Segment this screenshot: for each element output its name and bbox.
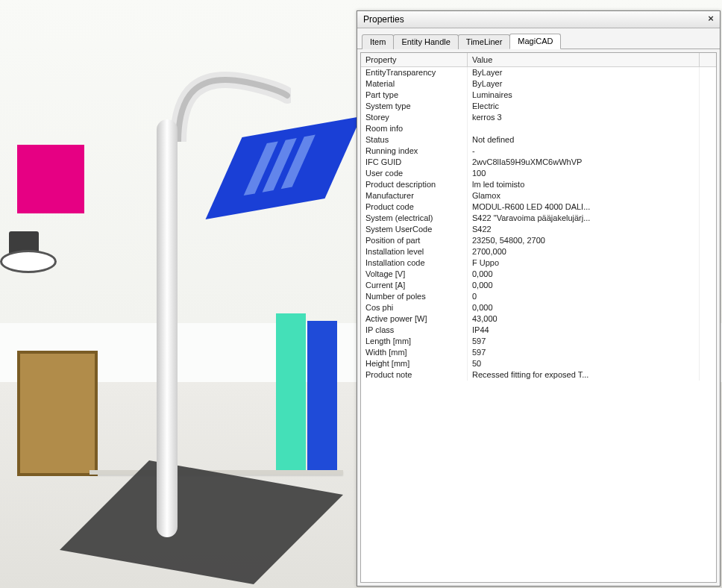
property-name-cell: Voltage [V] [361,269,468,280]
property-name-cell: Manufacturer [361,190,468,201]
property-name-cell: IP class [361,325,468,336]
property-value-cell: 100 [468,168,700,179]
property-spacer-cell [699,291,716,302]
property-name-cell: Cos phi [361,302,468,313]
property-value-cell: MODUL-R600 LED 4000 DALI... [468,201,700,213]
tab-magicad[interactable]: MagiCAD [509,34,561,49]
properties-tabstrip: Item Entity Handle TimeLiner MagiCAD [357,28,720,49]
property-spacer-cell [699,269,716,280]
property-value-cell: 50 [468,358,700,369]
property-row[interactable]: Length [mm]597 [361,336,716,347]
property-value-cell: - [468,146,700,157]
property-spacer-cell [699,179,716,190]
property-row[interactable]: Part typeLuminaires [361,90,716,101]
property-value-cell [468,123,700,134]
property-name-cell: Active power [W] [361,313,468,325]
property-name-cell: Product note [361,369,468,381]
property-row[interactable]: System (electrical)S422 "Varavoima pääja… [361,213,716,224]
property-name-cell: Installation level [361,246,468,257]
property-value-cell: S422 [468,224,700,235]
property-row[interactable]: Product descriptionlm led toimisto [361,179,716,190]
property-value-cell: 0,000 [468,269,700,280]
property-name-cell: Storey [361,112,468,123]
property-spacer-cell [699,78,716,90]
tab-item[interactable]: Item [362,34,394,49]
property-spacer-cell [699,190,716,201]
column-header-spacer [699,53,716,67]
property-spacer-cell [699,369,716,381]
properties-title: Properties [363,14,705,25]
property-row[interactable]: Product codeMODUL-R600 LED 4000 DALI... [361,201,716,213]
scene-pink-panel [17,145,84,213]
property-row[interactable]: Storeykerros 3 [361,112,716,123]
property-row[interactable]: IFC GUID2wvC8lIa59H9uXMC6wWhVP [361,157,716,168]
property-row[interactable]: Position of part23250, 54800, 2700 [361,235,716,246]
property-spacer-cell [699,347,716,358]
properties-table: Property Value EntityTransparencyByLayer… [361,53,716,381]
property-row[interactable]: Height [mm]50 [361,358,716,369]
property-value-cell: 2700,000 [468,246,700,257]
property-spacer-cell [699,112,716,123]
property-value-cell: ByLayer [468,67,700,79]
property-value-cell: Luminaires [468,90,700,101]
property-row[interactable]: Number of poles0 [361,291,716,302]
property-spacer-cell [699,213,716,224]
property-value-cell: 0 [468,291,700,302]
property-row[interactable]: Running index- [361,146,716,157]
property-row[interactable]: StatusNot defined [361,134,716,146]
property-row[interactable]: User code100 [361,168,716,179]
property-name-cell: Current [A] [361,280,468,291]
property-row[interactable]: MaterialByLayer [361,78,716,90]
property-name-cell: Product code [361,201,468,213]
property-row[interactable]: Installation level2700,000 [361,246,716,257]
scene-wood-panel [17,351,98,476]
property-value-cell: 2wvC8lIa59H9uXMC6wWhVP [468,157,700,168]
property-row[interactable]: Active power [W]43,000 [361,313,716,325]
property-row[interactable]: Voltage [V]0,000 [361,269,716,280]
property-spacer-cell [699,168,716,179]
property-row[interactable]: Width [mm]597 [361,347,716,358]
property-row[interactable]: System UserCodeS422 [361,224,716,235]
property-name-cell: Width [mm] [361,347,468,358]
property-value-cell: Recessed fitting for exposed T... [468,369,700,381]
property-spacer-cell [699,358,716,369]
property-spacer-cell [699,101,716,112]
tab-timeliner[interactable]: TimeLiner [458,34,511,49]
property-row[interactable]: System typeElectric [361,101,716,112]
property-value-cell: S422 "Varavoima pääjakelujärj... [468,213,700,224]
property-row[interactable]: ManufacturerGlamox [361,190,716,201]
property-spacer-cell [699,235,716,246]
property-name-cell: Status [361,134,468,146]
property-name-cell: Position of part [361,235,468,246]
properties-titlebar[interactable]: Properties × [357,11,720,28]
property-row[interactable]: Room info [361,123,716,134]
property-value-cell: F Uppo [468,257,700,269]
property-row[interactable]: Product noteRecessed fitting for exposed… [361,369,716,381]
property-spacer-cell [699,325,716,336]
property-value-cell: ByLayer [468,78,700,90]
tab-entity-handle[interactable]: Entity Handle [393,34,458,49]
property-name-cell: Number of poles [361,291,468,302]
property-row[interactable]: Current [A]0,000 [361,280,716,291]
property-row[interactable]: EntityTransparencyByLayer [361,67,716,79]
property-value-cell: Glamox [468,190,700,201]
column-header-property[interactable]: Property [361,53,468,67]
property-value-cell: 597 [468,336,700,347]
property-spacer-cell [699,90,716,101]
property-row[interactable]: IP classIP44 [361,325,716,336]
property-value-cell: lm led toimisto [468,179,700,190]
property-spacer-cell [699,246,716,257]
property-row[interactable]: Installation codeF Uppo [361,257,716,269]
property-spacer-cell [699,313,716,325]
property-row[interactable]: Cos phi0,000 [361,302,716,313]
property-value-cell: 597 [468,347,700,358]
close-icon[interactable]: × [705,13,717,25]
property-name-cell: Room info [361,123,468,134]
property-spacer-cell [699,336,716,347]
property-name-cell: Material [361,78,468,90]
property-spacer-cell [699,123,716,134]
column-header-value[interactable]: Value [468,53,700,67]
property-name-cell: Running index [361,146,468,157]
property-value-cell: 43,000 [468,313,700,325]
property-name-cell: System (electrical) [361,213,468,224]
